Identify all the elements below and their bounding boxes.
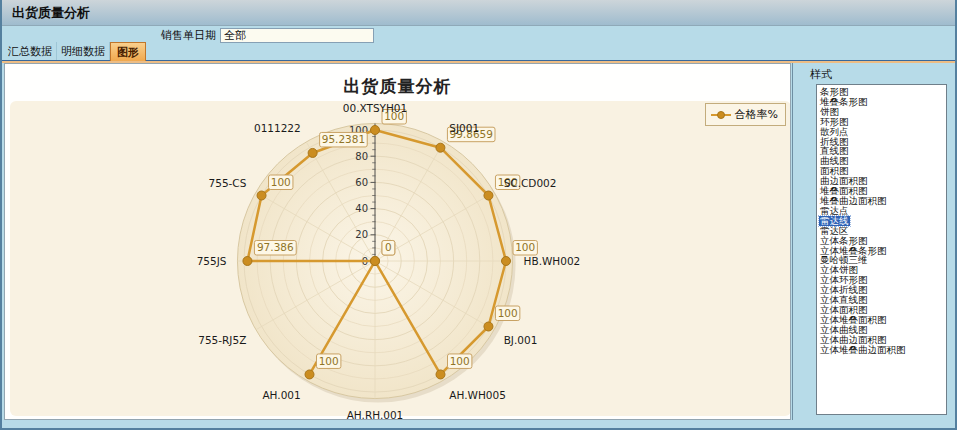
svg-text:100: 100 [271, 176, 291, 188]
svg-text:95.2381: 95.2381 [322, 133, 365, 145]
svg-text:0111222: 0111222 [254, 122, 301, 134]
tab-bar: 汇总数据 明细数据 图形 [2, 44, 955, 61]
style-panel-title: 样式 [810, 67, 953, 82]
svg-text:00.XTSYH01: 00.XTSYH01 [343, 102, 407, 114]
tab-content: 出货质量分析 合格率% 02040608010010099.8659100100… [2, 61, 955, 422]
svg-text:60: 60 [355, 177, 368, 188]
tab-detail-data[interactable]: 明细数据 [57, 42, 110, 60]
svg-text:755-RJ5Z: 755-RJ5Z [198, 334, 246, 346]
page-title: 出货质量分析 [12, 4, 90, 22]
svg-text:0: 0 [385, 241, 392, 253]
svg-text:755JS: 755JS [197, 255, 227, 267]
svg-text:40: 40 [355, 203, 368, 214]
window-titlebar: 出货质量分析 [2, 0, 955, 26]
svg-text:100: 100 [319, 355, 339, 367]
style-listbox[interactable]: 条形图堆叠条形图饼图环形图散列点折线图直线图曲线图面积图曲边面积图堆叠面积图堆叠… [816, 84, 947, 415]
svg-text:SC.CD002: SC.CD002 [504, 177, 557, 189]
legend-line-marker-icon [711, 110, 731, 119]
svg-text:100: 100 [498, 307, 518, 319]
tab-graph[interactable]: 图形 [110, 42, 146, 61]
svg-text:AH.001: AH.001 [262, 389, 300, 401]
style-panel: 样式 条形图堆叠条形图饼图环形图散列点折线图直线图曲线图面积图曲边面积图堆叠面积… [792, 63, 953, 420]
svg-text:20: 20 [355, 229, 368, 240]
svg-text:HB.WH002: HB.WH002 [524, 255, 581, 267]
svg-text:100: 100 [450, 355, 470, 367]
svg-text:AH.RH.001: AH.RH.001 [347, 409, 404, 419]
date-filter-label: 销售单日期 [161, 28, 216, 43]
svg-text:SJ001: SJ001 [449, 122, 479, 134]
svg-text:97.386: 97.386 [257, 241, 294, 253]
date-filter-input[interactable] [220, 28, 374, 43]
radar-chart: 02040608010010099.8659100100100100010009… [5, 64, 790, 419]
svg-text:BJ.001: BJ.001 [504, 334, 538, 346]
legend-series-label: 合格率% [735, 107, 778, 122]
svg-text:80: 80 [355, 151, 368, 162]
style-list-item[interactable]: 立体条形图 [819, 236, 946, 246]
svg-text:755-CS: 755-CS [209, 177, 247, 189]
chart-legend: 合格率% [705, 103, 786, 126]
tab-summary-data[interactable]: 汇总数据 [4, 42, 57, 60]
app-window: 出货质量分析 销售单日期 汇总数据 明细数据 图形 出货质量分析 合格率% 02… [0, 0, 957, 430]
style-list-item[interactable]: 立体堆叠曲边面积图 [819, 345, 946, 355]
chart-panel: 出货质量分析 合格率% 02040608010010099.8659100100… [4, 63, 791, 420]
svg-text:100: 100 [515, 241, 535, 253]
chart-title: 出货质量分析 [5, 75, 790, 98]
svg-text:AH.WH005: AH.WH005 [449, 389, 506, 401]
